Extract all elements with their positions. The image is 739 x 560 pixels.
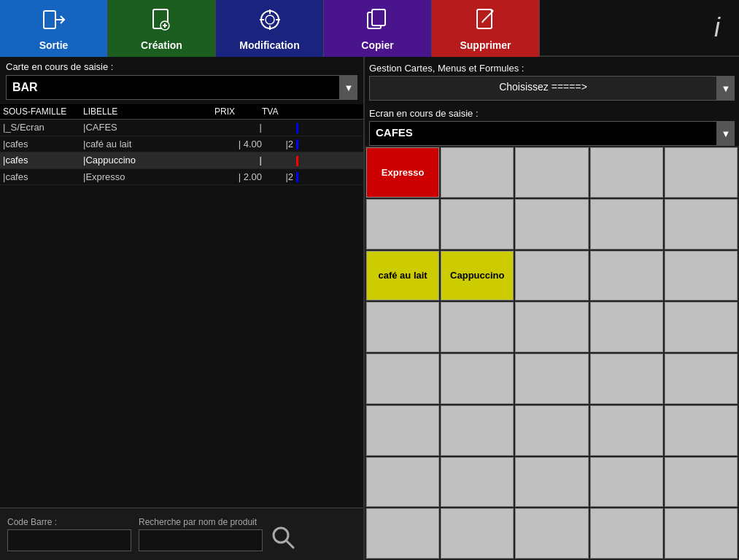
grid-cell (441, 302, 514, 352)
grid-cell[interactable]: café au lait (366, 251, 439, 301)
creation-button[interactable]: Création (108, 0, 216, 57)
grid-cell (665, 354, 738, 404)
header-libelle: LIBELLE (83, 106, 214, 117)
header-prix: PRIX (214, 106, 262, 117)
cell-libelle: |CAFES (83, 122, 214, 133)
svg-line-16 (490, 9, 493, 11)
cell-prix: | 4.00 (214, 139, 262, 149)
recherche-label: Recherche par nom de produit (139, 517, 263, 527)
grid-cell (590, 405, 663, 456)
copier-label: Copier (361, 39, 393, 51)
cell-libelle: |café au lait (83, 139, 214, 149)
info-icon: i (695, 0, 739, 55)
cell-tva (262, 122, 298, 133)
grid-cell (665, 251, 738, 301)
grid-cell (515, 354, 588, 404)
modification-label: Modification (239, 39, 299, 51)
choisissez-row: Choisissez =====> ▼ (369, 76, 735, 101)
button-grid: Expressocafé au laitCappuccino (365, 146, 739, 560)
choisissez-dropdown-arrow[interactable]: ▼ (717, 76, 735, 101)
cell-prix: | (214, 122, 262, 133)
table-header: SOUS-FAMILLE LIBELLE PRIX TVA (0, 104, 363, 120)
creation-label: Création (141, 39, 182, 51)
grid-cell (590, 199, 663, 249)
supprimer-button[interactable]: Supprimer (432, 0, 540, 57)
grid-cell (665, 302, 738, 352)
code-barre-label: Code Barre : (7, 517, 131, 527)
copier-button[interactable]: Copier (324, 0, 432, 57)
toolbar: Sortie Création Modification (0, 0, 739, 57)
cell-libelle: |Cappuccino (83, 155, 214, 166)
table-row[interactable]: |cafes|Cappuccino| (0, 152, 363, 169)
grid-cell (441, 354, 514, 404)
supprimer-label: Supprimer (460, 39, 511, 51)
table-row[interactable]: |cafes|café au lait| 4.00|2 (0, 136, 363, 153)
grid-cell (590, 354, 663, 404)
header-sous-famille: SOUS-FAMILLE (3, 106, 83, 117)
grid-cell (515, 199, 588, 249)
table-row[interactable]: |_S/Ecran|CAFES| (0, 120, 363, 136)
grid-cell[interactable]: Cappuccino (441, 251, 514, 301)
grid-cell[interactable]: Expresso (366, 147, 439, 198)
carte-value[interactable]: BAR (6, 75, 340, 100)
grid-cell (590, 508, 663, 559)
carte-label: Carte en cours de saisie : (0, 57, 363, 75)
grid-cell (366, 405, 439, 456)
grid-cell (441, 457, 514, 508)
grid-cell (665, 508, 738, 559)
svg-line-17 (483, 17, 487, 21)
grid-cell (366, 199, 439, 249)
ecran-dropdown-arrow[interactable]: ▼ (717, 121, 735, 146)
svg-line-20 (287, 541, 293, 548)
recherche-input[interactable] (139, 529, 263, 551)
search-button[interactable] (270, 524, 296, 556)
svg-rect-0 (44, 11, 55, 28)
grid-cell (665, 147, 738, 198)
recherche-field: Recherche par nom de produit (139, 517, 263, 551)
grid-cell (515, 302, 588, 352)
cell-sous-famille: |cafes (3, 171, 83, 182)
code-barre-input[interactable] (7, 529, 131, 551)
grid-cell (366, 508, 439, 559)
grid-cell (515, 508, 588, 559)
carte-dropdown-arrow[interactable]: ▼ (340, 75, 357, 100)
main-layout: Carte en cours de saisie : BAR ▼ SOUS-FA… (0, 57, 739, 560)
svg-point-7 (266, 15, 274, 24)
modification-icon (257, 7, 283, 36)
grid-cell (590, 147, 663, 198)
supprimer-icon (473, 7, 499, 36)
modification-button[interactable]: Modification (216, 0, 324, 57)
svg-rect-13 (372, 9, 385, 26)
sortie-button[interactable]: Sortie (0, 0, 108, 57)
grid-cell (590, 302, 663, 352)
cell-sous-famille: |cafes (3, 139, 83, 149)
right-top: Gestion Cartes, Menus et Formules : Choi… (365, 57, 739, 146)
cell-prix: | 2.00 (214, 171, 262, 182)
product-table: SOUS-FAMILLE LIBELLE PRIX TVA |_S/Ecran|… (0, 104, 363, 508)
carte-selector: BAR ▼ (6, 75, 357, 100)
ecran-value[interactable]: CAFES (369, 121, 717, 146)
grid-cell (441, 508, 514, 559)
cell-tva: |2 (262, 139, 298, 150)
grid-cell (366, 302, 439, 352)
copier-icon (365, 7, 391, 36)
table-row[interactable]: |cafes|Expresso| 2.00|2 (0, 169, 363, 186)
sortie-icon (41, 7, 67, 36)
grid-cell (441, 147, 514, 198)
right-panel: Gestion Cartes, Menus et Formules : Choi… (365, 57, 739, 560)
choisissez-text[interactable]: Choisissez =====> (369, 76, 717, 101)
cell-tva (262, 155, 298, 166)
gestion-label: Gestion Cartes, Menus et Formules : (369, 60, 735, 76)
creation-icon (149, 7, 175, 36)
cell-sous-famille: |cafes (3, 155, 83, 166)
bottom-bar: Code Barre : Recherche par nom de produi… (0, 508, 363, 560)
grid-cell (441, 405, 514, 456)
code-barre-field: Code Barre : (7, 517, 131, 551)
cell-tva: |2 (262, 171, 298, 183)
grid-cell (441, 199, 514, 249)
grid-cell (515, 405, 588, 456)
sortie-label: Sortie (39, 39, 69, 51)
grid-cell (665, 405, 738, 456)
left-panel: Carte en cours de saisie : BAR ▼ SOUS-FA… (0, 57, 365, 560)
grid-cell (366, 457, 439, 508)
